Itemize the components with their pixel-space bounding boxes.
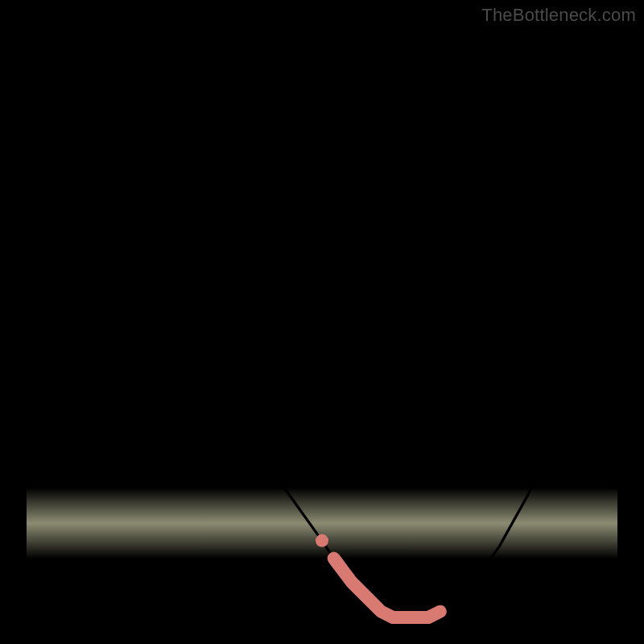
chart-frame: TheBottleneck.com: [0, 0, 644, 644]
plot-background-gradient: [27, 27, 617, 617]
watermark-text: TheBottleneck.com: [481, 5, 636, 26]
